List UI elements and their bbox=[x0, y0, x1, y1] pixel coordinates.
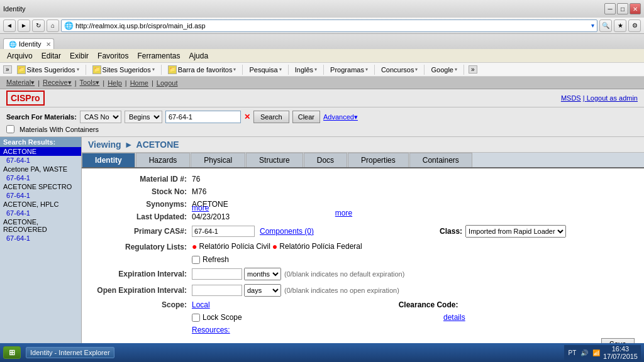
sidebar-item-acetone[interactable]: ACETONE bbox=[0, 147, 81, 156]
search-field-select[interactable]: CAS No bbox=[80, 111, 121, 123]
toolbar-material[interactable]: Material▾ bbox=[6, 79, 35, 87]
sidebar-item-acetone-pa[interactable]: Acetone PA, WASTE bbox=[0, 165, 81, 173]
refresh-checkbox[interactable] bbox=[192, 256, 200, 264]
regulatory-item-1: Relatório Polícia Civil bbox=[199, 242, 270, 251]
taskbar-item-explorer[interactable]: Identity - Internet Explorer bbox=[26, 347, 114, 358]
components-link[interactable]: Components (0) bbox=[260, 227, 314, 236]
fav-google[interactable]: Google ▾ bbox=[429, 65, 458, 74]
forward-button[interactable]: ► bbox=[18, 19, 30, 32]
fav-concursos[interactable]: Concursos ▾ bbox=[379, 65, 420, 74]
lock-scope-checkbox[interactable] bbox=[192, 314, 200, 322]
expiration-note: (0/blank indicates no default expiration… bbox=[284, 270, 404, 278]
advanced-button[interactable]: Advanced▾ bbox=[323, 113, 358, 121]
tray-volume-icon[interactable]: 🔊 bbox=[579, 348, 589, 358]
sidebar-item-acetone-hplc-cas[interactable]: 67-64-1 bbox=[0, 209, 81, 217]
fav-arrow-2: ▾ bbox=[152, 67, 155, 72]
fav-sites-sugeridos-1[interactable]: 📁 Sites Sugeridos ▾ bbox=[15, 65, 81, 75]
maximize-button[interactable]: □ bbox=[617, 3, 628, 14]
tools-nav-button[interactable]: ⚙ bbox=[628, 19, 641, 32]
breadcrumb-name: ACETONE bbox=[136, 140, 179, 150]
menu-ajuda[interactable]: Ajuda bbox=[185, 51, 212, 61]
expiration-unit-select[interactable]: months days years bbox=[244, 268, 281, 280]
open-expiration-label: Open Expiration Interval: bbox=[91, 286, 192, 295]
clear-search-x-button[interactable]: ✕ bbox=[244, 112, 250, 121]
toolbar-home[interactable]: Home bbox=[130, 79, 148, 87]
tab-hazards[interactable]: Hazards bbox=[136, 153, 191, 167]
fav-pesquisa[interactable]: Pesquisa ▾ bbox=[247, 65, 283, 74]
tab-identity[interactable]: Identity bbox=[82, 153, 135, 167]
sidebar-item-acetone-hplc[interactable]: ACETONE, HPLC bbox=[0, 200, 81, 209]
fav-arrow-5: ▾ bbox=[314, 67, 317, 72]
url-input[interactable] bbox=[75, 22, 589, 30]
toolbar-help[interactable]: Help bbox=[108, 79, 122, 87]
menu-exibir[interactable]: Exibir bbox=[66, 51, 92, 61]
primary-cas-input[interactable] bbox=[192, 226, 255, 237]
close-button[interactable]: ✕ bbox=[630, 3, 641, 14]
back-button[interactable]: ◄ bbox=[3, 19, 16, 32]
address-bar[interactable]: 🌐 ▾ bbox=[61, 19, 597, 32]
tab-containers[interactable]: Containers bbox=[409, 153, 472, 167]
sidebar-item-acetone-recovered[interactable]: ACETONE, RECOVERED bbox=[0, 217, 81, 234]
favorites-expand[interactable]: » bbox=[3, 65, 12, 74]
sidebar-item-acetone-spectro[interactable]: ACETONE SPECTRO bbox=[0, 182, 81, 191]
lock-scope-label: Lock Scope bbox=[203, 313, 242, 322]
tab-physical[interactable]: Physical bbox=[191, 153, 245, 167]
minimize-button[interactable]: ─ bbox=[604, 3, 616, 14]
tab-properties[interactable]: Properties bbox=[348, 153, 409, 167]
search-operator-select[interactable]: Begins bbox=[125, 111, 162, 123]
fav-sites-sugeridos-2[interactable]: 📁 Sites Sugeridos ▾ bbox=[91, 65, 157, 75]
materials-with-containers-checkbox[interactable] bbox=[6, 125, 14, 133]
fav-arrow-3: ▾ bbox=[233, 67, 236, 72]
toolbar-logout[interactable]: Logout bbox=[157, 79, 178, 87]
tray-time: 16:43 17/07/2015 bbox=[603, 345, 638, 360]
fav-ingles[interactable]: Inglês ▾ bbox=[293, 65, 319, 74]
menu-favoritos[interactable]: Favoritos bbox=[94, 51, 132, 61]
fav-barra[interactable]: 📁 Barra de favoritos ▾ bbox=[166, 65, 238, 75]
search-button[interactable]: Search bbox=[253, 111, 289, 123]
menu-editar[interactable]: Editar bbox=[38, 51, 65, 61]
open-unit-select[interactable]: days months years bbox=[244, 284, 281, 297]
search-nav-button[interactable]: 🔍 bbox=[599, 19, 612, 32]
tray-network-icon[interactable]: 📶 bbox=[591, 348, 601, 358]
clear-button[interactable]: Clear bbox=[292, 111, 320, 123]
breadcrumb-arrow: ► bbox=[125, 140, 133, 150]
class-label: Class: bbox=[440, 227, 462, 236]
content-tab-nav: Identity Hazards Physical Structure Docs… bbox=[82, 153, 644, 168]
sidebar-item-acetone-pa-cas[interactable]: 67-64-1 bbox=[0, 173, 81, 182]
tab-docs[interactable]: Docs bbox=[304, 153, 347, 167]
fav-label-7: Concursos bbox=[381, 66, 414, 74]
toolbar-tools[interactable]: Tools▾ bbox=[80, 79, 100, 87]
toolbar-receive[interactable]: Receive▾ bbox=[43, 79, 72, 87]
sidebar-item-acetone-cas[interactable]: 67-64-1 bbox=[0, 156, 81, 165]
refresh-button[interactable]: ↻ bbox=[32, 19, 45, 32]
fav-arrow-7: ▾ bbox=[415, 67, 418, 72]
material-id-value: 76 bbox=[192, 175, 200, 184]
refresh-label: Refresh bbox=[203, 255, 229, 264]
more-synonyms-link[interactable]: more bbox=[335, 209, 352, 217]
fav-programas[interactable]: Programas ▾ bbox=[328, 65, 370, 74]
logout-admin-link[interactable]: Logout as admin bbox=[587, 94, 638, 102]
open-expiration-input[interactable] bbox=[192, 285, 242, 296]
fav-separator-4 bbox=[288, 65, 289, 75]
tab-structure[interactable]: Structure bbox=[246, 153, 303, 167]
scope-value-link[interactable]: Local bbox=[192, 300, 210, 309]
home-button[interactable]: ⌂ bbox=[47, 19, 59, 32]
class-select[interactable]: Imported from Rapid Loader bbox=[465, 225, 566, 238]
search-value-input[interactable] bbox=[165, 111, 241, 123]
fav-arrow-1: ▾ bbox=[77, 67, 79, 72]
favorites-button[interactable]: ★ bbox=[614, 19, 626, 32]
tab-close-button[interactable]: ✕ bbox=[46, 41, 51, 48]
expiration-value-input[interactable] bbox=[192, 268, 242, 280]
sidebar-item-acetone-recovered-cas[interactable]: 67-64-1 bbox=[0, 234, 81, 243]
start-button[interactable]: ⊞ bbox=[3, 346, 21, 359]
menu-ferramentas[interactable]: Ferramentas bbox=[133, 51, 184, 61]
browser-tab[interactable]: 🌐 Identity ✕ bbox=[3, 38, 54, 49]
more-tools-button[interactable]: » bbox=[469, 65, 477, 74]
more-link[interactable]: more bbox=[192, 204, 209, 212]
msds-link[interactable]: MSDS bbox=[561, 94, 581, 102]
resources-link[interactable]: Resources: bbox=[192, 326, 230, 334]
sidebar-item-acetone-spectro-cas[interactable]: 67-64-1 bbox=[0, 191, 81, 200]
title-bar: Identity ─ □ ✕ bbox=[0, 0, 644, 18]
details-link[interactable]: details bbox=[443, 313, 465, 322]
menu-arquivo[interactable]: Arquivo bbox=[3, 51, 36, 61]
